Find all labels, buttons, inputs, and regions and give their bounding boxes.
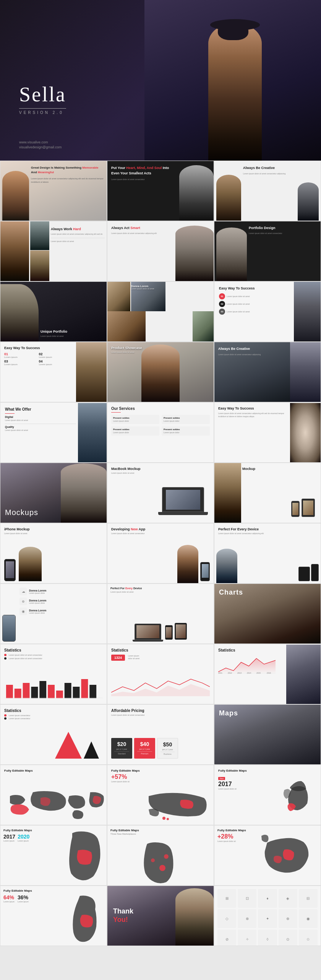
svg-point-21 xyxy=(167,818,169,820)
slide-unique-portfolio: Unique Portfolio Lorem ipsum dolor sit a… xyxy=(0,281,107,342)
svg-rect-6 xyxy=(56,691,63,698)
slides-row-11: Fully Editable Maps Fully Editable Maps … xyxy=(0,765,321,825)
slide-thank-you: ThankYou! xyxy=(107,886,214,946)
slide-easy-way-2: Easy Way To Success 01Lorem ipsum 02Lore… xyxy=(0,342,107,402)
pricing-text: Affordable Pricing Lorem ipsum dolor sit… xyxy=(107,705,214,720)
our-services-text: Our Services Present soldesLorem ipsum d… xyxy=(107,403,214,439)
slide-map-africa-2: Fully Editable Maps Three New Marketplac… xyxy=(107,825,214,886)
work-hard-text: Always Work Hard Lorem ipsum dolor sit a… xyxy=(51,227,105,243)
hero-links: www.visualive.com visualivedesign@gmail.… xyxy=(19,140,62,149)
svg-text:2014: 2014 xyxy=(247,672,251,674)
slide-map-uk: Fully Editable Maps New 2017 Lorem ipsum… xyxy=(214,765,321,825)
hero-slide: Sella VERSION 2.0 www.visualive.com visu… xyxy=(0,0,321,161)
slide-map-usa: Fully Editable Maps +57% Lorem ipsum dol… xyxy=(107,765,214,825)
slide-pricing: Affordable Pricing Lorem ipsum dolor sit… xyxy=(107,704,214,765)
slides-row-5: What We Offer Digital Lorem ipsum dolor … xyxy=(0,402,321,463)
developing-app-text: Developing New App Lorem ipsum dolor sit… xyxy=(107,523,214,537)
svg-rect-8 xyxy=(73,687,80,698)
slide-easy-way-1: Easy Way To Success 01Lorem ipsum dolor … xyxy=(214,281,321,342)
macbook-text: MacBook Mockup Lorem ipsum dolor sit ame… xyxy=(107,463,214,482)
slide-act-smart: Always Act Smart Lorem ipsum dolor sit a… xyxy=(107,221,214,281)
svg-rect-9 xyxy=(81,679,88,698)
svg-text:2015: 2015 xyxy=(256,672,261,674)
act-smart-text: Always Act Smart Lorem ipsum dolor sit a… xyxy=(111,226,173,235)
product-showcase-text: Product Showcase Lorem ipsum dolor sit a… xyxy=(111,346,142,354)
slides-row-3: Unique Portfolio Lorem ipsum dolor sit a… xyxy=(0,281,321,342)
africa-2-text: Fully Editable Maps Three New Marketplac… xyxy=(107,826,214,838)
svg-point-24 xyxy=(164,854,169,859)
stats-bar-1-text: Statistics Lorem ipsum dolor sit amet co… xyxy=(0,644,107,663)
slide-always-creative-1: Always Be Creative Lorem ipsum dolor sit… xyxy=(214,161,321,221)
slide-macbook: MacBook Mockup Lorem ipsum dolor sit ame… xyxy=(107,463,214,523)
hero-website: www.visualive.com xyxy=(19,140,62,144)
svg-text:2016: 2016 xyxy=(267,672,271,674)
heart-mind-text: Put Your Heart, Mind, And Soul Into Even… xyxy=(111,166,177,181)
slide-heart-mind: Put Your Heart, Mind, And Soul Into Even… xyxy=(107,161,214,221)
slides-row-4: Easy Way To Success 01Lorem ipsum 02Lore… xyxy=(0,342,321,402)
slide-donna-lorem-list: ☁ Donna Lorem Lorem ipsum dolor ⊕ Donna … xyxy=(0,583,107,644)
slide-map-world: Fully Editable Maps xyxy=(0,765,107,825)
slide-iphone-mockup: iPhone Mockup Lorem ipsum dolor sit amet xyxy=(0,523,107,583)
map-usa-text: Fully Editable Maps +57% Lorem ipsum dol… xyxy=(107,765,214,785)
iphone-text: iPhone Mockup Lorem ipsum dolor sit amet xyxy=(0,523,107,538)
slide-what-we-offer: What We Offer Digital Lorem ipsum dolor … xyxy=(0,402,107,463)
slides-row-9: Statistics Lorem ipsum dolor sit amet co… xyxy=(0,644,321,704)
slide-charts: Charts xyxy=(214,583,321,644)
slide-product-showcase: Product Showcase Lorem ipsum dolor sit a… xyxy=(107,342,214,402)
great-design-text: Great Design Is Making Something Memorab… xyxy=(31,166,104,184)
slide-our-services: Our Services Present soldesLorem ipsum d… xyxy=(107,402,214,463)
slide-always-creative-2: Always Be Creative Lorem ipsum dolor sit… xyxy=(214,342,321,402)
svg-text:2013: 2013 xyxy=(237,672,242,674)
slide-perfect-device-2: Perfect For Every Device Lorem ipsum dol… xyxy=(107,583,214,644)
slide-statistics-area-1: Statistics 2011 2012 2013 xyxy=(214,644,321,704)
slide-easy-way-3: Easy Way To Success Lorem ipsum dolor si… xyxy=(214,402,321,463)
slide-map-africa-1: Fully Editable Maps 2017 Lorem ipsum 202… xyxy=(0,825,107,886)
slides-row-1: Great Design Is Making Something Memorab… xyxy=(0,161,321,221)
slide-maps: Maps xyxy=(214,704,321,765)
map-world-text: Fully Editable Maps xyxy=(0,765,107,774)
stats-line-text: Statistics 1324 Lorem ipsumdolor sit ame… xyxy=(107,644,214,665)
svg-point-23 xyxy=(151,858,155,862)
slides-row-7: iPhone Mockup Lorem ipsum dolor sit amet… xyxy=(0,523,321,583)
slide-donna-lorem-1: Donna Lorem Lorem ipsum dolor sit amet xyxy=(107,281,214,342)
svg-marker-12 xyxy=(218,658,276,674)
svg-rect-7 xyxy=(65,683,71,698)
thank-you-text: ThankYou! xyxy=(113,907,133,924)
slide-developing-app: Developing New App Lorem ipsum dolor sit… xyxy=(107,523,214,583)
slides-row-6: Mockups MacBook Mockup Lorem ipsum dolor… xyxy=(0,463,321,523)
charts-text: Charts xyxy=(219,588,243,596)
perfect-device-text: Perfect For Every Device Lorem ipsum dol… xyxy=(214,523,321,539)
slides-row-12: Fully Editable Maps 2017 Lorem ipsum 202… xyxy=(0,825,321,886)
slide-mockups: Mockups xyxy=(0,463,107,523)
svg-rect-0 xyxy=(6,685,13,698)
svg-rect-3 xyxy=(31,687,38,698)
svg-rect-4 xyxy=(39,681,46,698)
slides-row-2: Always Work Hard Lorem ipsum dolor sit a… xyxy=(0,221,321,281)
unique-portfolio-text: Unique Portfolio Lorem ipsum dolor sit a… xyxy=(41,330,104,338)
slide-portfolio-design: Portfolio Design Lorem ipsum dolor sit a… xyxy=(214,221,321,281)
svg-rect-2 xyxy=(23,683,30,698)
slide-iphone-ipad: iPhone & iPad Mockup Lorem ipsum dolor s… xyxy=(214,463,321,523)
slide-statistics-triangle: Statistics Lorem ipsum consectetur Lorem… xyxy=(0,704,107,765)
mockups-text: Mockups xyxy=(5,508,38,517)
always-creative-text: Always Be Creative Lorem ipsum dolor sit… xyxy=(243,166,296,175)
slide-work-hard: Always Work Hard Lorem ipsum dolor sit a… xyxy=(0,221,107,281)
slides-row-10: Statistics Lorem ipsum consectetur Lorem… xyxy=(0,704,321,765)
svg-text:2011: 2011 xyxy=(218,672,222,674)
hero-title: Sella xyxy=(19,83,66,106)
donna-lorem-list-text: ☁ Donna Lorem Lorem ipsum dolor ⊕ Donna … xyxy=(0,584,107,619)
hero-email: visualivedesign@gmail.com xyxy=(19,145,62,149)
slides-row-13: Fully Editable Maps 64% Lorem ipsum 36% … xyxy=(0,886,321,946)
slides-row-8: ☁ Donna Lorem Lorem ipsum dolor ⊕ Donna … xyxy=(0,583,321,644)
always-creative-2-text: Always Be Creative Lorem ipsum dolor sit… xyxy=(218,347,288,356)
svg-rect-5 xyxy=(48,685,55,698)
slide-perfect-device: Perfect For Every Device Lorem ipsum dol… xyxy=(214,523,321,583)
donna-lorem-text: Donna Lorem Lorem ipsum dolor sit amet xyxy=(131,285,154,291)
slide-statistics-bar-1: Statistics Lorem ipsum dolor sit amet co… xyxy=(0,644,107,704)
svg-rect-10 xyxy=(89,685,96,698)
svg-point-20 xyxy=(162,817,165,820)
svg-text:2012: 2012 xyxy=(228,672,232,674)
hero-version: VERSION 2.0 xyxy=(19,108,66,115)
slide-map-europe: Fully Editable Maps +28% Lorem ipsum dol… xyxy=(214,825,321,886)
svg-rect-1 xyxy=(15,689,21,698)
